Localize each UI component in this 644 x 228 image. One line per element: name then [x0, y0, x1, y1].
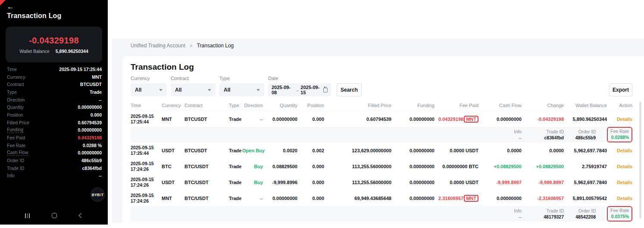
annotation-box: MNT [464, 195, 478, 202]
breadcrumb: Unified Trading Account > Transaction Lo… [131, 43, 234, 49]
summary-amount: -0.04329198 [6, 36, 102, 46]
transaction-table: Time Currency Contract Type Direction Qu… [131, 100, 632, 222]
annotation-box: MNT [464, 116, 478, 123]
wallet-balance-value: 5,890.96250344 [56, 49, 88, 54]
summary-card: -0.04329198 Wallet Balance 5,890.9625034… [6, 27, 102, 62]
field-position: Position0.000 [7, 111, 102, 119]
recording-indicator-icon [0, 0, 6, 6]
details-link[interactable]: Details [617, 148, 632, 153]
home-icon[interactable] [52, 213, 57, 218]
contract-filter: Contract All [171, 76, 216, 96]
table-row: 2025-09-1517:25:44 MNT BTCUSDT Trade -- … [131, 111, 632, 127]
breadcrumb-parent[interactable]: Unified Trading Account [131, 43, 185, 49]
type-filter: Type All [219, 76, 264, 96]
annotation-box: Fee Rate0.0288% [607, 127, 632, 142]
table-row: 2025-09-1517:24:26 MNT BTC/USDT Trade --… [131, 190, 632, 206]
recents-icon[interactable] [25, 213, 30, 218]
detail-row: Info-- Trade IDc8364fbd Order ID486c55b9… [131, 127, 632, 142]
table-scrollbar[interactable] [639, 102, 641, 219]
type-select[interactable]: All [219, 83, 264, 96]
breadcrumb-separator: > [190, 43, 192, 48]
details-link[interactable]: Details [617, 117, 632, 122]
phone-page-title: Transaction Log [7, 12, 62, 20]
page-title: Transaction Log [131, 62, 632, 72]
breadcrumb-current: Transaction Log [197, 43, 234, 49]
screenshot-stage: ← Transaction Log -0.04329198 Wallet Bal… [0, 0, 644, 228]
calendar-icon [323, 88, 328, 92]
filter-bar: Currency All Contract All Type [131, 76, 632, 96]
table-row: 2025-09-1517:24:26 USDT BTC/USDT Trade B… [131, 174, 632, 190]
field-funding: Funding0.00000000 [7, 126, 102, 134]
field-order-id: Order ID486c55b9 [7, 157, 102, 164]
chevron-down-icon [208, 89, 211, 91]
detail-field-list: Time2025-09-15 17:25:44 CurrencyMNT Cont… [7, 65, 102, 179]
field-filled-price: Filled Price0.60794539 [7, 119, 102, 126]
contract-select[interactable]: All [171, 83, 216, 96]
currency-filter: Currency All [131, 76, 167, 96]
details-link[interactable]: Details [617, 196, 632, 201]
field-type: TypeTrade [7, 88, 102, 96]
date-range-input[interactable]: 2025-09-08 → 2025-09-15 [268, 83, 331, 96]
table-row: 2025-09-1517:24:26 BTC BTC/USDT Trade Bu… [131, 158, 632, 174]
details-link[interactable]: Details [617, 180, 632, 185]
field-fee-rate: Fee Rate0.0288 % [7, 142, 102, 149]
bybit-logo: BYBIT [91, 188, 105, 202]
detail-row: Info-- Trade ID48179327 Order ID48542208… [131, 206, 632, 222]
web-panel: Unified Trading Account > Transaction Lo… [108, 0, 644, 228]
field-currency: CurrencyMNT [7, 73, 102, 81]
chevron-down-icon [159, 89, 163, 91]
export-button[interactable]: Export [609, 83, 632, 96]
table-row: 2025-09-1517:25:44 USDT BTCUSDT Trade Op… [131, 142, 632, 158]
chevron-down-icon [256, 89, 260, 91]
back-arrow-icon[interactable]: ← [7, 3, 14, 11]
field-fee-paid: Fee Paid0.04329198 [7, 134, 102, 142]
field-cash-flow: Cash Flow0.00000000 [7, 149, 102, 157]
date-end: 2025-09-15 [300, 85, 323, 95]
transaction-log-card: Transaction Log Currency All Contract Al… [122, 56, 644, 228]
field-info: Info-- [7, 172, 102, 180]
field-trade-id: Trade IDc8364fbd [7, 164, 102, 172]
field-quantity: Quantity0.00000000 [7, 103, 102, 111]
date-start: 2025-09-08 [272, 85, 294, 95]
android-nav-bar [0, 206, 108, 225]
wallet-balance-label: Wallet Balance [19, 49, 50, 54]
table-header: Time Currency Contract Type Direction Qu… [131, 100, 632, 111]
search-button[interactable]: Search [337, 83, 362, 96]
field-time: Time2025-09-15 17:25:44 [7, 65, 102, 73]
annotation-box: Fee Rate0.0375% [607, 206, 632, 222]
details-link[interactable]: Details [617, 164, 632, 169]
date-arrow: → [295, 87, 300, 92]
field-contract: ContractBTCUSDT [7, 80, 102, 88]
date-filter: Date 2025-09-08 → 2025-09-15 [268, 76, 331, 96]
field-direction: Direction-- [7, 96, 102, 104]
phone-panel: ← Transaction Log -0.04329198 Wallet Bal… [0, 0, 108, 225]
nav-back-icon[interactable] [78, 213, 83, 218]
currency-select[interactable]: All [131, 83, 167, 96]
